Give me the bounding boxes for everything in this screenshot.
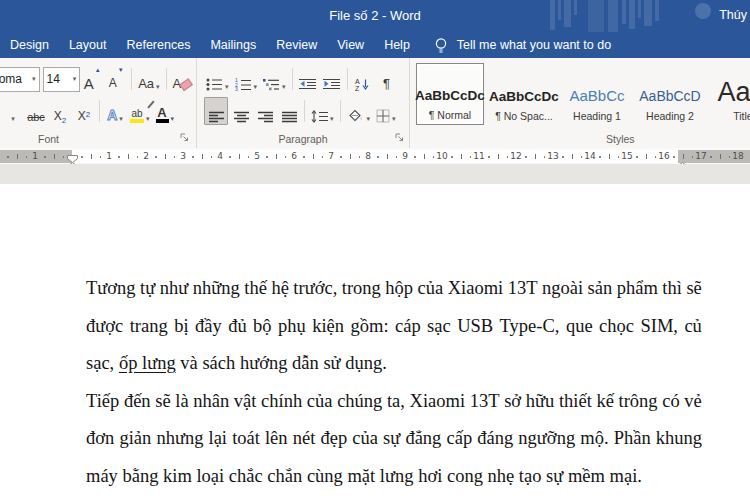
subscript-button[interactable]: X2 [49,98,71,124]
increase-indent-button[interactable] [321,66,343,92]
doc-line: sạc, ốp lưng và sách hướng dẫn sử dụng. [86,345,702,383]
separator [166,68,167,90]
font-name-select[interactable]: Roma▾ [0,67,40,92]
numbering-button[interactable]: 123 ▾ [233,66,260,92]
borders-button[interactable]: ▾ [374,98,398,124]
sort-icon: AZ [355,78,370,91]
document-text: Tươngtựnhưnhữngthếhệtrước,tronghộpcủaXia… [86,270,702,495]
ruler-row: 1123456789101112131415161718 [0,148,750,164]
separator [347,68,348,90]
styles-group-label: Styles [606,133,635,145]
ribbon-tab-bar: Design Layout References Mailings Review… [0,32,750,58]
shrink-font-button[interactable]: A▼ [105,66,127,92]
font-color-icon: A [156,107,169,123]
text-effects-button[interactable]: A▾ [104,98,126,124]
style-heading-2[interactable]: AaBbCcD Heading 2 [637,63,703,125]
separator [340,100,341,122]
chevron-down-icon: ▾ [171,115,175,123]
superscript-button[interactable]: X2 [73,98,95,124]
separator [131,68,132,90]
font-name-value: Roma [0,72,22,86]
account-user-name[interactable]: Thúy [719,8,747,22]
lightbulb-icon [434,37,448,54]
document-page[interactable]: Tươngtựnhưnhữngthếhệtrước,tronghộpcủaXia… [0,184,750,500]
justify-icon [282,111,297,123]
decrease-indent-button[interactable] [297,66,319,92]
style-name: Title [733,110,750,122]
document-title: File số 2 - Word [0,8,750,23]
tab-view[interactable]: View [327,32,374,58]
numbering-icon: 123 [235,78,252,91]
style-preview: AaBbCc [569,87,624,104]
style-normal[interactable]: AaBbCcDc ¶ Normal [416,63,484,125]
word-window: File số 2 - Word Thúy Design Layout Refe… [0,0,750,500]
chevron-down-icon: ▾ [32,75,36,83]
multilevel-list-icon [263,78,280,91]
svg-text:Z: Z [355,85,360,91]
styles-gallery: AaBbCcDc ¶ Normal AaBbCcDc ¶ No Spac... … [416,63,750,125]
align-center-icon [234,111,249,123]
font-color-button[interactable]: A▾ [154,98,177,124]
svg-text:A: A [355,78,360,85]
align-left-button[interactable] [204,97,228,125]
paragraph-group: ▾ 123 ▾ ▾ AZ [196,58,409,148]
style-heading-1[interactable]: AaBbCc Heading 1 [564,63,630,125]
justify-button[interactable] [278,98,300,124]
chevron-down-icon: ▾ [254,83,258,91]
underline-dropdown-button[interactable]: ▾ [1,98,23,124]
chevron-down-icon: ▾ [367,115,371,123]
chevron-down-icon: ▾ [330,115,334,123]
style-preview: AaBbCcDc [489,89,559,104]
show-hide-pilcrow-button[interactable]: ¶ [376,66,398,92]
chevron-down-icon: ▾ [282,83,286,91]
clear-formatting-button[interactable]: A [171,66,194,92]
paragraph-dialog-launcher[interactable] [395,131,404,145]
increase-indent-icon [323,78,340,91]
sort-button[interactable]: AZ [352,66,374,92]
styles-group: AaBbCcDc ¶ Normal AaBbCcDc ¶ No Spac... … [409,58,750,148]
font-dialog-launcher[interactable] [180,131,189,145]
style-no-spacing[interactable]: AaBbCcDc ¶ No Spac... [491,63,557,125]
tab-review[interactable]: Review [266,32,327,58]
bullets-icon [206,78,223,91]
shading-button[interactable]: ▾ [345,98,373,124]
tell-me-box[interactable]: Tell me what you want to do [434,37,611,54]
style-title[interactable]: AaB Title [710,63,750,125]
chevron-down-icon: ▾ [225,83,229,91]
font-size-select[interactable]: 14▾ [43,67,81,92]
align-right-icon [258,111,273,123]
grow-font-button[interactable]: A▲ [81,66,103,92]
style-preview: AaBbCcDc [415,88,485,103]
line-spacing-button[interactable]: ▾ [309,98,336,124]
style-preview: AaB [717,77,750,108]
tab-help[interactable]: Help [374,32,420,58]
text-highlight-button[interactable]: ab▾ [128,98,152,124]
multilevel-list-button[interactable]: ▾ [261,66,288,92]
title-bar: File số 2 - Word Thúy [0,0,750,32]
tab-references[interactable]: References [116,32,200,58]
grow-font-arrow-icon: ▲ [95,67,101,73]
tab-layout[interactable]: Layout [59,32,117,58]
change-case-button[interactable]: Aa▾ [136,66,161,92]
align-right-button[interactable] [254,98,276,124]
bullets-button[interactable]: ▾ [204,66,231,92]
paint-bucket-icon [347,109,365,123]
separator [292,68,293,90]
strikethrough-button[interactable]: abc [25,98,47,124]
decrease-indent-icon [299,78,316,91]
align-center-button[interactable] [230,98,252,124]
doc-line: Tiếpđếnsẽlànhânvậtchínhcủachúngta,Xiaomi… [86,383,702,421]
tab-mailings[interactable]: Mailings [200,32,266,58]
separator [304,100,305,122]
chevron-down-icon: ▾ [73,75,77,83]
chevron-down-icon: ▾ [156,83,160,91]
borders-icon [376,109,390,123]
shrink-font-arrow-icon: ▼ [118,67,124,73]
font-group: Roma▾ 14▾ A▲ A▼ Aa▾ A ▾ abc X2 X2 A▾ ab▾ [0,58,195,148]
eraser-icon [180,78,193,91]
tab-design[interactable]: Design [0,32,59,58]
chevron-down-icon: ▾ [119,115,123,123]
style-name: ¶ Normal [429,109,471,121]
font-size-value: 14 [47,72,60,86]
ruler[interactable]: 1123456789101112131415161718 [0,150,750,163]
